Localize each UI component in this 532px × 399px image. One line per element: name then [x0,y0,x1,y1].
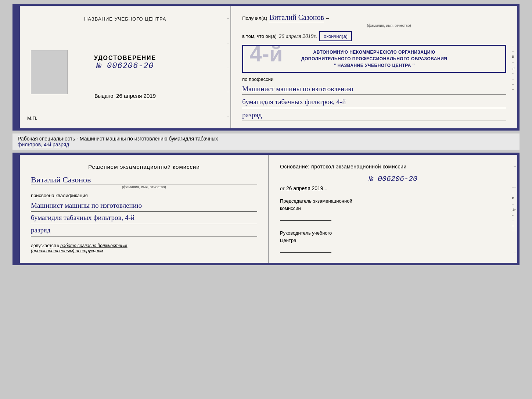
bottom-booklet-spine [15,155,20,263]
profession-line1: Машинист машины по изготовлению [242,83,506,95]
допуск-italic2: (производственным) инструкциям [31,248,103,253]
cert-word: УДОСТОВЕРЕНИЕ [94,55,156,61]
left-side-dashes: – – – – – [227,6,229,128]
bottom-label-а: ,а [511,207,514,212]
bottom-booklet: Решением экзаменационной комиссии Витали… [12,153,520,265]
cert-number: № 006206-20 [94,61,156,71]
issued-date: 26 апреля 2019 [116,93,156,99]
finished-label: окончил(а) [319,31,352,41]
date-prefix: в том, что он(а) [242,33,276,39]
допуск-italic1: работе согласно должностным [60,243,127,248]
top-left-title: НАЗВАНИЕ УЧЕБНОГО ЦЕНТРА [84,16,166,22]
date-value: 26 апреля 2019г. [279,33,317,39]
stamp-line2: ДОПОЛНИТЕЛЬНОГО ПРОФЕССИОНАЛЬНОГО ОБРАЗО… [248,56,501,62]
cert-title-block: УДОСТОВЕРЕНИЕ № 006206-20 [94,55,156,71]
protocol-date-prefix: от [280,186,285,191]
bottom-right-side-labels: – – и – ,а ← – – – [511,185,515,233]
stamp-line3: " НАЗВАНИЕ УЧЕБНОГО ЦЕНТРА " [248,62,501,69]
bottom-left-title: Решением экзаменационной комиссии [31,164,257,170]
director-signature-line [280,246,331,253]
director-label-line1: Руководитель учебного [280,230,332,236]
protocol-number-value: 006206-20 [378,175,417,183]
director-label: Руководитель учебного Центра [280,229,506,244]
bottom-left-page: Решением экзаменационной комиссии Витали… [20,155,269,263]
stamp-line1: АВТОНОМНУЮ НЕКОММЕРЧЕСКУЮ ОРГАНИЗАЦИЮ [248,49,501,56]
issued-label: Выдано [94,93,113,99]
допуск-prefix: допускается к [31,243,59,248]
right-side-labels: – – и – ,а ← – – – [511,43,515,91]
person-name: Виталий Сазонов [31,175,257,185]
chairman-signature-line [280,214,331,221]
recipient-sublabel-wrapper: (фамилия, имя, отчество) [242,24,506,28]
qualification-line3: разряд [31,224,257,236]
basis-label: Основание: протокол экзаменационной коми… [280,164,506,170]
recipient-prefix: Получил(а) [242,15,267,21]
middle-text-underline: фильтров, 4-й разряд [18,142,69,147]
middle-text-prefix: Рабочая специальность - Машинист машины … [18,136,218,142]
qualification-line2: бумагидля табачных фильтров, 4-й [31,212,257,224]
mp-label: М.П. [27,115,37,121]
допуск-line: допускается к работе согласно должностны… [31,243,257,253]
profession-line3: разряд [242,110,506,121]
recipient-line: Получил(а) Виталий Сазонов – [242,13,506,22]
assigned-label: присвоена квалификация [31,193,257,198]
top-left-page: НАЗВАНИЕ УЧЕБНОГО ЦЕНТРА УДОСТОВЕРЕНИЕ №… [20,6,231,128]
protocol-number: № 006206-20 [280,175,506,183]
cert-issued-line: Выдано 26 апреля 2019 [94,93,156,99]
photo-placeholder [31,50,68,94]
cert-number-value: 006206-20 [107,61,154,71]
person-name-block: Виталий Сазонов (фамилия, имя, отчество) [31,175,257,189]
profession-line2: бумагидля табачных фильтров, 4-й [242,96,506,108]
protocol-date-line: от 26 апреля 2019 – [280,185,506,192]
chairman-label-line2: комиссии [280,206,301,211]
bottom-right-page: Основание: протокол экзаменационной коми… [269,155,517,263]
cert-number-prefix: № [97,61,102,71]
bottom-label-и: и [512,195,514,201]
top-booklet-spine [15,6,20,128]
person-sublabel: (фамилия, имя, отчество) [31,185,257,189]
chairman-label-line1: Председатель экзаменационной [280,198,352,204]
protocol-number-prefix: № [369,175,373,183]
label-и: и [512,54,514,59]
chairman-block: Председатель экзаменационной комиссии [280,197,506,222]
middle-strip: Рабочая специальность - Машинист машины … [12,133,520,150]
chairman-label: Председатель экзаменационной комиссии [280,197,506,212]
stamp-section: 4-й АВТОНОМНУЮ НЕКОММЕРЧЕСКУЮ ОРГАНИЗАЦИ… [242,45,506,73]
protocol-date-value: 26 апреля 2019 [286,185,323,191]
director-block: Руководитель учебного Центра [280,229,506,254]
recipient-name: Виталий Сазонов [269,13,324,22]
qualification-line1: Машинист машины по изготовлению [31,200,257,212]
date-line: в том, что он(а) 26 апреля 2019г. окончи… [242,31,506,41]
director-label-line2: Центра [280,238,296,243]
profession-label: по профессии [242,76,506,82]
label-а: ,а [511,65,514,71]
top-booklet: НАЗВАНИЕ УЧЕБНОГО ЦЕНТРА УДОСТОВЕРЕНИЕ №… [12,4,520,131]
stamp-block: АВТОНОМНУЮ НЕКОММЕРЧЕСКУЮ ОРГАНИЗАЦИЮ ДО… [242,45,506,73]
recipient-sublabel: (фамилия, имя, отчество) [272,24,506,28]
top-right-page: Получил(а) Виталий Сазонов – (фамилия, и… [231,6,517,128]
